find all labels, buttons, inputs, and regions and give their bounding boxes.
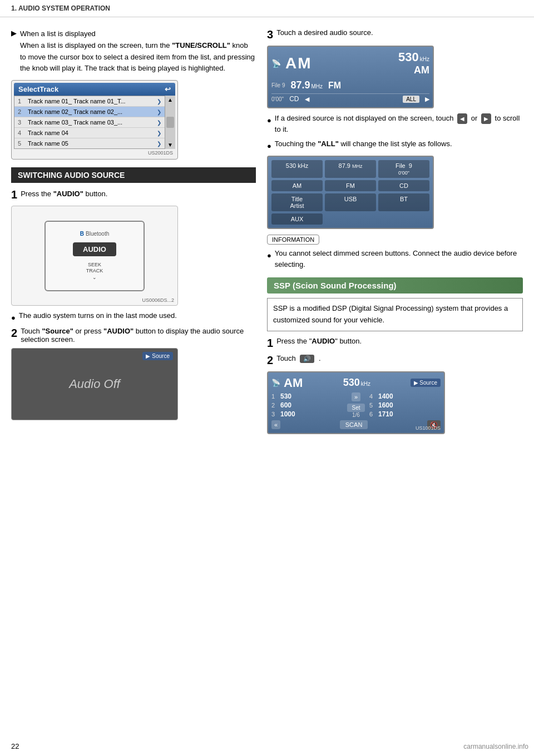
- scan-bwd-btn[interactable]: «: [271, 420, 280, 429]
- track-list-area: 1 Track name 01_ Track name 01_T... ❯ 2 …: [14, 96, 175, 149]
- am-screen: 📡 AM 530 kHz AM File 9 87.9 MHz: [267, 46, 434, 108]
- step-3: 3 Touch a desired audio source.: [267, 28, 523, 41]
- information-label: INFORMATION: [267, 235, 319, 245]
- scan-image-code: US1001DS: [416, 425, 441, 431]
- list-cell-879: 87.9 MHz: [325, 160, 376, 178]
- track-item-4: 4 Track name 04 ❯: [14, 128, 165, 138]
- ssp-step-1-content: Press the "AUDIO" button.: [276, 337, 362, 345]
- audio-off-text: Audio Off: [69, 377, 120, 391]
- scan-row-5: 5 1600: [369, 401, 441, 409]
- scan-row-4: 4 1400: [369, 392, 441, 400]
- bluetooth-label: B Bluetooth: [80, 231, 110, 237]
- scan-source-btn[interactable]: ▶ Source: [411, 379, 441, 387]
- ssp-description: SSP is a modified DSP (Digital Signal Pr…: [267, 298, 523, 331]
- list-grid: 530 kHz 87.9 MHz File 90'00" AM FM CD Ti…: [271, 160, 429, 225]
- scan-fwd-btn[interactable]: »: [352, 392, 360, 401]
- seek-track-label: SEEKTRACK⌄: [86, 262, 103, 281]
- am-label: AM: [285, 54, 312, 72]
- list-cell-530khz: 530 kHz: [271, 160, 323, 178]
- list-cell-title: TitleArtist: [271, 193, 323, 211]
- page-content: ▶ When a list is displayed When a list i…: [0, 17, 534, 449]
- track-item-3: 3 Track name 03_ Track name 03_... ❯: [14, 117, 165, 128]
- step-1-content: Press the "AUDIO" button.: [21, 188, 256, 200]
- scan-screen: 📡 AM 530 kHz ▶ Source 1 530: [267, 371, 445, 434]
- list-cell-aux: AUX: [271, 213, 323, 225]
- info-bullet: ● You cannot select dimmed screen button…: [267, 248, 523, 270]
- source-image: ▶ Source Audio Off: [11, 348, 178, 420]
- am-bottom-row: 0'00" CD ◀ ALL ▶: [271, 93, 429, 104]
- header-title: 1. AUDIO SYSTEM OPERATION: [11, 4, 110, 12]
- time-label: 0'00": [271, 96, 284, 102]
- scan-row-3: 3 1000: [271, 410, 343, 418]
- ssp-step-2: 2 Touch 🔊 .: [267, 354, 523, 367]
- cd-label: CD: [289, 95, 299, 103]
- file-info: File 9: [271, 82, 285, 88]
- left-column: ▶ When a list is displayed When a list i…: [11, 28, 256, 437]
- audio-button[interactable]: AUDIO: [73, 242, 116, 256]
- mhz-area: 87.9 MHz: [290, 79, 323, 91]
- fm-label: FM: [328, 81, 341, 91]
- antenna-icon: 📡: [271, 59, 281, 68]
- list-cell-am: AM: [271, 180, 323, 191]
- am-top-row: 📡 AM 530 kHz AM: [271, 50, 429, 78]
- step-1: 1 Press the "AUDIO" button.: [11, 188, 256, 201]
- arrow-icon: ▶: [11, 29, 17, 74]
- am-khz: kHz: [420, 56, 429, 62]
- list-screen: 530 kHz 87.9 MHz File 90'00" AM FM CD Ti…: [267, 156, 434, 229]
- bullet-1: ● If a desired source is not displayed o…: [267, 113, 523, 135]
- step-2-number: 2: [11, 327, 17, 340]
- scroll-down-btn[interactable]: ▼: [166, 142, 174, 148]
- scan-antenna-icon: 📡: [271, 379, 280, 387]
- step-1-number: 1: [11, 188, 17, 201]
- page-header: 1. AUDIO SYSTEM OPERATION: [0, 0, 534, 17]
- am-freq-area: 530 kHz AM: [398, 50, 429, 76]
- step-3-content: Touch a desired audio source.: [276, 28, 373, 37]
- audio-image-code: US0006DS...2: [142, 297, 174, 303]
- list-cell-file: File 90'00": [378, 160, 429, 178]
- next-btn[interactable]: ▶: [425, 96, 429, 103]
- scan-page-count: 1/6: [352, 412, 360, 418]
- scan-am-label: AM: [284, 376, 303, 390]
- am-freq: 530: [398, 50, 419, 64]
- ssp-mute-icon[interactable]: 🔊: [300, 355, 314, 363]
- scan-set-btn[interactable]: Set: [347, 404, 364, 412]
- list-cell-cd: CD: [378, 180, 429, 191]
- scan-freq-area: 530 kHz: [343, 377, 370, 389]
- track-image-code: US2001DS: [14, 149, 175, 157]
- list-cell-bt: BT: [378, 193, 429, 211]
- track-item-1: 1 Track name 01_ Track name 01_T... ❯: [14, 96, 165, 107]
- scan-row-1: 1 530: [271, 392, 343, 400]
- car-console-mock: B Bluetooth AUDIO SEEKTRACK⌄: [44, 221, 145, 291]
- page-number: 22: [11, 742, 19, 750]
- ssp-step-2-number: 2: [267, 354, 273, 367]
- bullet-2: ● Touching the "ALL" will change the lis…: [267, 138, 523, 152]
- ssp-step-1-number: 1: [267, 337, 273, 350]
- am-mid-row: File 9 87.9 MHz FM: [271, 78, 429, 92]
- scan-col-right: 4 1400 5 1600 6 1710: [369, 392, 441, 418]
- list-cell-fm: FM: [325, 180, 376, 191]
- scan-header-row: 📡 AM 530 kHz ▶ Source: [271, 376, 441, 390]
- switching-audio-source-header: SWITCHING AUDIO SOURCE: [11, 167, 256, 183]
- scroll-up-btn[interactable]: ▲: [166, 97, 174, 103]
- watermark: carmanualsonline.info: [463, 743, 528, 750]
- scroll-left-btn[interactable]: ◀: [457, 113, 467, 124]
- all-button[interactable]: ALL: [403, 96, 419, 103]
- track-list: 1 Track name 01_ Track name 01_T... ❯ 2 …: [14, 96, 165, 149]
- scroll-right-btn[interactable]: ▶: [481, 113, 491, 124]
- step-2-content: Touch "Source" or press "AUDIO" button t…: [21, 327, 256, 344]
- info-section: INFORMATION ● You cannot select dimmed s…: [267, 235, 523, 270]
- bullet-note-1: ● The audio system turns on in the last …: [11, 310, 256, 324]
- step-3-number: 3: [267, 28, 273, 41]
- scroll-thumb: [166, 117, 174, 128]
- ssp-step-2-content: Touch 🔊 .: [276, 354, 321, 363]
- track-scrollbar[interactable]: ▲ ▼: [165, 96, 175, 149]
- prev-btn[interactable]: ◀: [305, 96, 309, 103]
- scan-col-left: 1 530 2 600 3 1000: [271, 392, 343, 418]
- scan-scan-btn[interactable]: SCAN: [340, 420, 368, 429]
- select-track-image: SelectTrack ↩ 1 Track name 01_ Track nam…: [11, 80, 178, 160]
- right-column: 3 Touch a desired audio source. 📡 AM 530…: [267, 28, 523, 437]
- track-item-2: 2 Track name 02_ Track name 02_... ❯: [14, 107, 165, 117]
- select-track-header: SelectTrack ↩: [14, 83, 175, 96]
- step-2: 2 Touch "Source" or press "AUDIO" button…: [11, 327, 256, 344]
- audio-button-image: B Bluetooth AUDIO SEEKTRACK⌄ US0006DS...…: [11, 206, 178, 306]
